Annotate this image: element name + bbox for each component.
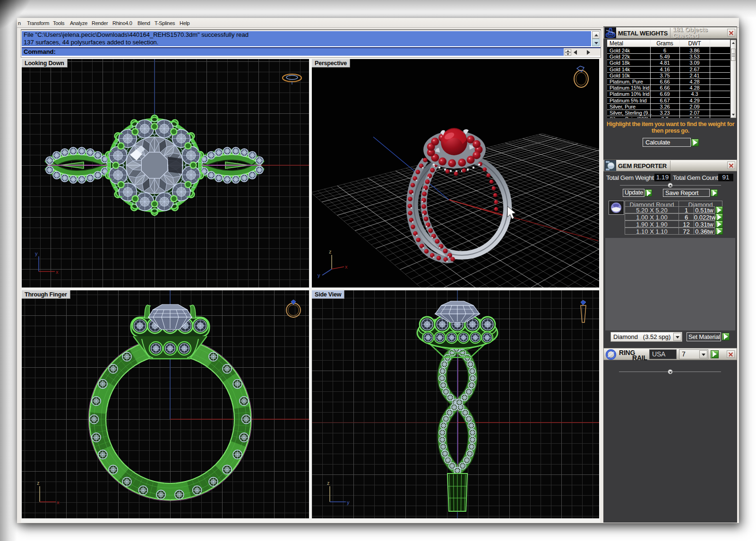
svg-text:z: z [37, 480, 40, 486]
svg-text:x: x [57, 499, 60, 505]
svg-text:z: z [327, 480, 330, 486]
svg-text:z: z [329, 249, 332, 254]
svg-text:x: x [56, 269, 59, 275]
svg-text:y: y [35, 251, 38, 256]
svg-text:y: y [318, 272, 320, 278]
svg-text:x: x [345, 264, 348, 270]
svg-text:y: y [347, 499, 350, 505]
